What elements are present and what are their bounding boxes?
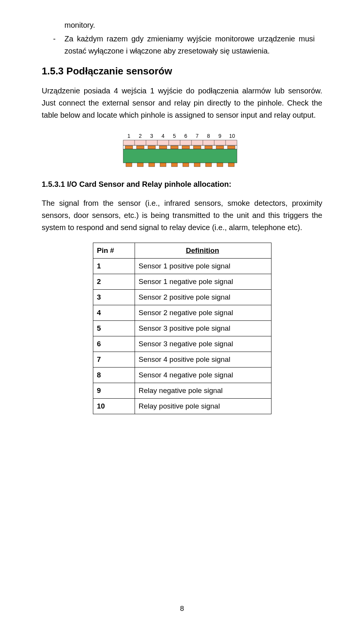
- heading-1-5-3-1: 1.5.3.1 I/O Card Sensor and Relay pinhol…: [42, 180, 322, 189]
- table-row: 2Sensor 1 negative pole signal: [93, 274, 271, 290]
- def-cell: Sensor 4 negative pole signal: [135, 368, 271, 383]
- svg-rect-22: [126, 163, 132, 167]
- connector-diagram: 1 2 3 4 5 6 7 8 9 10: [42, 133, 322, 169]
- pin-definition-table: Pin # Definition 1Sensor 1 positive pole…: [93, 243, 271, 414]
- svg-rect-19: [216, 146, 224, 149]
- pin-label-9: 9: [218, 133, 221, 139]
- table-row: 4Sensor 2 negative pole signal: [93, 305, 271, 321]
- svg-rect-15: [171, 146, 178, 149]
- table-row: 6Sensor 3 negative pole signal: [93, 336, 271, 352]
- svg-rect-24: [149, 163, 155, 167]
- svg-rect-16: [182, 146, 190, 149]
- pin-cell: 4: [93, 305, 135, 321]
- pin-cell: 8: [93, 368, 135, 383]
- pin-label-4: 4: [162, 133, 165, 139]
- dash-text: Za każdym razem gdy zmieniamy wyjście mo…: [64, 33, 315, 57]
- def-cell: Sensor 2 negative pole signal: [135, 305, 271, 321]
- pin-cell: 1: [93, 259, 135, 274]
- pin-cell: 6: [93, 336, 135, 352]
- table-row: 5Sensor 3 positive pole signal: [93, 321, 271, 336]
- dash-marker: -: [53, 33, 64, 57]
- bullet-item: monitory.: [64, 19, 315, 31]
- svg-rect-25: [160, 163, 166, 167]
- heading-1-5-3: 1.5.3 Podłączanie sensorów: [42, 65, 322, 77]
- table-row: 7Sensor 4 positive pole signal: [93, 352, 271, 368]
- def-cell: Sensor 2 positive pole signal: [135, 290, 271, 305]
- pin-label-10: 10: [229, 133, 235, 139]
- svg-rect-26: [171, 163, 177, 167]
- def-cell: Sensor 1 negative pole signal: [135, 274, 271, 290]
- paragraph: Urządzenie posiada 4 wejścia 1 wyjście d…: [42, 85, 322, 121]
- pin-cell: 9: [93, 383, 135, 399]
- pin-label-3: 3: [150, 133, 153, 139]
- table-row: 3Sensor 2 positive pole signal: [93, 290, 271, 305]
- def-cell: Relay negative pole signal: [135, 383, 271, 399]
- def-cell: Sensor 3 negative pole signal: [135, 336, 271, 352]
- svg-rect-28: [194, 163, 200, 167]
- pin-cell: 5: [93, 321, 135, 336]
- def-cell: Relay positive pole signal: [135, 399, 271, 414]
- dash-item: - Za każdym razem gdy zmieniamy wyjście …: [53, 33, 315, 57]
- svg-rect-29: [206, 163, 212, 167]
- svg-rect-18: [205, 146, 212, 149]
- table-header-row: Pin # Definition: [93, 243, 271, 259]
- pin-cell: 10: [93, 399, 135, 414]
- pin-label-5: 5: [173, 133, 176, 139]
- table-header-pin: Pin #: [93, 243, 135, 259]
- svg-rect-31: [228, 163, 234, 167]
- table-row: 9Relay negative pole signal: [93, 383, 271, 399]
- svg-rect-30: [217, 163, 223, 167]
- svg-rect-23: [137, 163, 143, 167]
- pin-label-8: 8: [207, 133, 210, 139]
- def-cell: Sensor 1 positive pole signal: [135, 259, 271, 274]
- table-row: 8Sensor 4 negative pole signal: [93, 368, 271, 383]
- svg-rect-27: [183, 163, 189, 167]
- svg-rect-12: [136, 146, 144, 149]
- def-cell: Sensor 3 positive pole signal: [135, 321, 271, 336]
- pin-label-7: 7: [196, 133, 199, 139]
- pin-label-1: 1: [127, 133, 130, 139]
- table-row: 1Sensor 1 positive pole signal: [93, 259, 271, 274]
- svg-rect-17: [193, 146, 201, 149]
- pin-cell: 3: [93, 290, 135, 305]
- pin-cell: 2: [93, 274, 135, 290]
- pin-label-6: 6: [184, 133, 187, 139]
- pin-cell: 7: [93, 352, 135, 368]
- page-number: 8: [0, 604, 364, 613]
- svg-rect-14: [159, 146, 167, 149]
- def-cell: Sensor 4 positive pole signal: [135, 352, 271, 368]
- svg-rect-11: [125, 146, 133, 149]
- table-header-def: Definition: [135, 243, 271, 259]
- svg-rect-13: [148, 146, 155, 149]
- table-row: 10Relay positive pole signal: [93, 399, 271, 414]
- terminal-block-svg: 1 2 3 4 5 6 7 8 9 10: [121, 133, 243, 169]
- svg-rect-21: [123, 149, 237, 163]
- svg-rect-20: [228, 146, 235, 149]
- pin-label-2: 2: [139, 133, 142, 139]
- paragraph: The signal from the sensor (i.e., infrar…: [42, 197, 322, 233]
